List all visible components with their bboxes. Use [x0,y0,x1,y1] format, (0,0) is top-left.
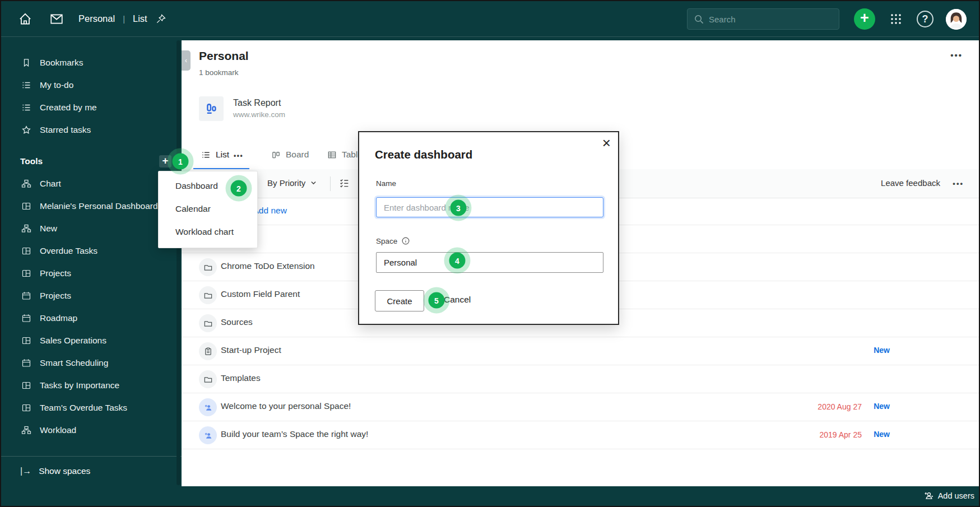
help-button[interactable]: ? [917,11,933,27]
search-icon [694,14,704,25]
sidebar-item-melanies-dashboard[interactable]: Melanie's Personal Dashboard [1,195,182,217]
info-icon [401,236,410,245]
collapse-sidebar-button[interactable]: ‹ [182,50,191,71]
sidebar-item-new[interactable]: New [1,217,182,240]
sidebar-item-label: New [40,224,57,234]
sidebar-item-overdue-tasks[interactable]: Overdue Tasks [1,240,182,262]
sidebar-item-starred-tasks[interactable]: Starred tasks [1,119,182,141]
dashboard-icon [21,246,31,256]
dashboard-name-input[interactable] [376,197,603,217]
sidebar-item-label: Roadmap [40,313,77,323]
sort-by-dropdown[interactable]: By Priority [267,178,317,188]
bookmark-icon [21,58,31,68]
dashboard-icon [21,336,31,346]
tab-label: Board [286,150,309,160]
page-title: Personal [199,49,249,63]
item-name: Custom Field Parent [221,289,300,299]
space-more-button[interactable]: ••• [950,50,963,60]
search-input[interactable] [688,9,839,29]
create-new-button[interactable]: + [854,8,875,30]
sidebar-item-clipped [1,445,182,453]
item-name: Start-up Project [221,345,281,355]
list-item-welcome-space[interactable]: Welcome to your personal Space! 2020 Aug… [182,393,979,421]
list-item-build-team-space[interactable]: Build your team’s Space the right way! 2… [182,421,979,449]
menu-item-workload-chart[interactable]: Workload chart [159,220,257,243]
plus-icon: + [860,11,869,26]
sidebar-item-bookmarks[interactable]: Bookmarks [1,52,182,74]
sidebar-item-tasks-by-importance[interactable]: Tasks by Importance [1,374,182,397]
sidebar-item-label: Overdue Tasks [40,246,97,256]
breadcrumb-view[interactable]: List [133,13,147,24]
sidebar-item-my-todo[interactable]: My to-do [1,74,182,96]
home-icon[interactable] [18,12,32,26]
space-select[interactable]: Personal [376,252,603,273]
user-add-icon [199,398,217,416]
sidebar-item-label: Workload [40,425,76,435]
sort-label: By Priority [267,178,305,188]
sidebar-item-label: Tasks by Importance [40,380,119,390]
sidebar-item-label: Projects [40,291,71,301]
star-icon [21,125,31,135]
calendar-icon [21,313,31,323]
tab-label: List [216,150,229,160]
fields-filter-icon[interactable] [339,178,350,188]
pin-icon[interactable] [155,13,166,25]
sidebar-divider [1,456,182,457]
calendar-icon [21,358,31,368]
step-badge-3: 3 [450,200,467,216]
tab-list-more-button[interactable]: ••• [234,152,243,160]
show-spaces-button[interactable]: |→ Show spaces [1,460,182,482]
dashboard-icon [21,201,31,211]
list-item-templates[interactable]: Templates [182,365,979,393]
add-users-button[interactable]: Add users [923,490,974,501]
close-icon[interactable]: × [602,136,611,150]
bookmark-count: 1 bookmark [199,68,239,77]
step-badge-1: 1 [173,154,189,170]
todo-list-icon [21,80,31,90]
user-add-icon [199,426,217,444]
org-chart-icon [21,452,31,453]
leave-feedback-link[interactable]: Leave feedback [881,178,940,188]
create-button[interactable]: Create [375,290,424,311]
menu-item-calendar[interactable]: Calendar [159,197,257,220]
dashboard-icon [21,403,31,413]
avatar[interactable] [946,9,967,30]
tab-table[interactable]: Table [327,150,363,160]
toolbar-more-button[interactable]: ••• [953,179,964,188]
sidebar-item-projects-dashboard[interactable]: Projects [1,262,182,285]
sidebar-item-projects-calendar[interactable]: Projects [1,285,182,307]
item-name: Welcome to your personal Space! [221,401,351,411]
add-tool-button[interactable]: + [159,155,171,168]
due-date: 2020 Aug 27 [818,402,862,411]
apps-grid-icon[interactable] [885,8,907,30]
new-badge[interactable]: New [874,402,890,411]
new-badge[interactable]: New [874,346,890,355]
space-label: Space [376,236,410,245]
mail-icon[interactable] [49,12,64,26]
add-users-label: Add users [938,491,974,500]
dashboard-icon [21,380,31,390]
sidebar-item-workload[interactable]: Workload [1,419,182,441]
cancel-button[interactable]: Cancel [444,295,471,305]
org-chart-icon [21,179,31,189]
sidebar-item-created-by-me[interactable]: Created by me [1,96,182,119]
tab-list[interactable]: List [201,150,229,160]
sidebar-item-sales-operations[interactable]: Sales Operations [1,329,182,352]
breadcrumb-space[interactable]: Personal [78,13,115,24]
sidebar-item-smart-scheduling[interactable]: Smart Scheduling [1,352,182,374]
sidebar-item-roadmap[interactable]: Roadmap [1,307,182,329]
add-user-icon [923,490,934,501]
step-badge-5: 5 [429,292,445,309]
list-item-startup-project[interactable]: Start-up Project New [182,337,979,365]
bookmark-card[interactable]: Task Report www.wrike.com [199,96,285,121]
chevron-down-icon [310,179,317,187]
calendar-icon [21,291,31,301]
sidebar-item-chart[interactable]: Chart [1,173,182,195]
breadcrumb-separator: | [123,14,125,24]
project-clipboard-icon [199,342,217,360]
item-name: Templates [221,373,261,383]
tab-board[interactable]: Board [271,150,309,160]
new-badge[interactable]: New [874,430,890,439]
sidebar-item-label: Smart Scheduling [40,358,108,368]
sidebar-item-teams-overdue-tasks[interactable]: Team's Overdue Tasks [1,397,182,419]
